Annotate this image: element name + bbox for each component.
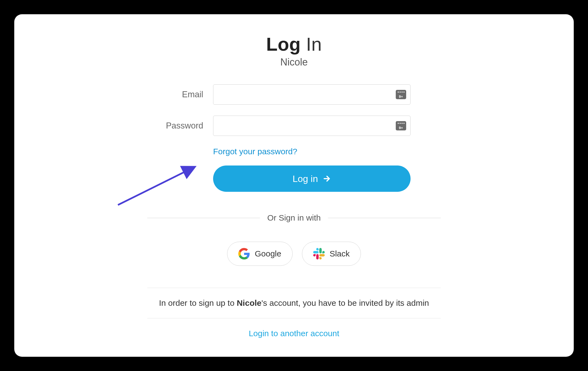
login-card: Log In Nicole Email 9+ Password 9+	[14, 14, 574, 357]
email-field[interactable]	[213, 84, 411, 105]
email-row: Email 9+	[147, 84, 441, 105]
google-signin-label: Google	[255, 249, 281, 258]
divider-text: Or Sign in with	[267, 213, 321, 222]
social-login-row: Google Slack	[14, 242, 574, 266]
password-label: Password	[147, 121, 213, 131]
forgot-password-link[interactable]: Forgot your password?	[213, 147, 441, 156]
email-input-wrap: 9+	[213, 84, 411, 105]
arrow-right-icon	[323, 175, 331, 183]
email-label: Email	[147, 90, 213, 99]
account-name: Nicole	[14, 56, 574, 68]
login-form: Email 9+ Password 9+ Forgot your passwor…	[147, 84, 441, 192]
password-row: Password 9+	[147, 116, 441, 136]
slack-icon	[313, 248, 325, 259]
info-post: 's account, you have to be invited by it…	[261, 298, 429, 307]
divider: Or Sign in with	[147, 213, 441, 222]
info-pre: In order to sign up to	[159, 298, 237, 307]
autofill-badge-icon[interactable]: 9+	[396, 90, 406, 99]
info-account-name: Nicole	[237, 298, 261, 307]
divider-line-right	[328, 218, 441, 218]
password-input-wrap: 9+	[213, 116, 411, 136]
google-signin-button[interactable]: Google	[227, 242, 293, 266]
page-title: Log In	[14, 33, 574, 55]
autofill-badge-icon[interactable]: 9+	[396, 121, 406, 130]
login-another-account-link[interactable]: Login to another account	[14, 329, 574, 338]
password-field[interactable]	[213, 116, 411, 136]
title-light: In	[301, 34, 322, 55]
login-button-label: Log in	[293, 173, 318, 184]
title-bold: Log	[266, 34, 301, 55]
google-icon	[238, 248, 250, 259]
login-button[interactable]: Log in	[213, 165, 411, 192]
divider-line-left	[147, 218, 260, 218]
signup-info: In order to sign up to Nicole's account,…	[147, 288, 441, 318]
slack-signin-label: Slack	[330, 249, 350, 258]
slack-signin-button[interactable]: Slack	[302, 242, 361, 266]
